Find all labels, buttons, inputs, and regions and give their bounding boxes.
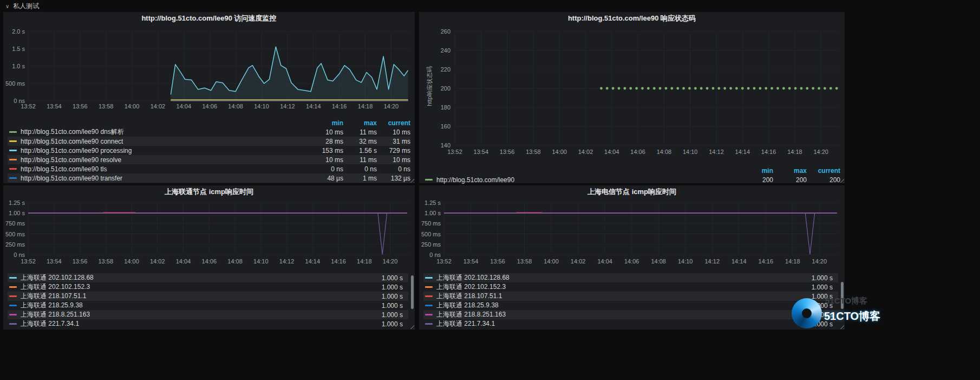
series-label[interactable]: http://blog.51cto.com/lee90 connect — [21, 138, 310, 145]
series-color-dash[interactable] — [425, 179, 433, 181]
series-label[interactable]: 上海联通 202.102.128.68 — [21, 273, 357, 282]
legend-header-max[interactable]: max — [773, 167, 807, 175]
row-collapse-icon[interactable]: ∨ — [5, 3, 9, 9]
series-color-dash[interactable] — [9, 277, 17, 279]
series-color-dash[interactable] — [9, 150, 17, 151]
series-label[interactable]: 上海联通 202.102.152.3 — [21, 282, 357, 292]
series-label[interactable]: http://blog.51cto.com/lee90 transfer — [21, 175, 310, 182]
series-label[interactable]: 上海联通 218.8.251.163 — [21, 310, 357, 319]
unicom-icmp-chart[interactable]: 13:5213:5413:5613:5814:0014:0214:0414:06… — [3, 198, 415, 274]
series-current: 1.000 s — [357, 311, 408, 319]
series-current: 1.000 s — [357, 293, 408, 300]
series-current: 1.000 s — [357, 302, 408, 310]
telecom-icmp-chart[interactable]: 13:5213:5413:5613:5814:0014:0214:0414:06… — [419, 198, 845, 274]
legend-header-row: minmaxcurrent — [423, 167, 840, 175]
series-label[interactable]: http://blog.51cto.com/lee90 resolve — [21, 156, 310, 164]
series-color-dash[interactable] — [425, 314, 433, 315]
row-header[interactable]: ∨ 私人测试 — [5, 2, 39, 11]
svg-text:14:18: 14:18 — [785, 258, 800, 265]
series-color-dash[interactable] — [425, 305, 433, 306]
svg-text:14:16: 14:16 — [331, 258, 346, 265]
svg-text:13:56: 13:56 — [73, 103, 88, 110]
legend-scrollbar[interactable] — [411, 275, 414, 309]
series-label[interactable]: 上海联通 218.25.9.38 — [436, 301, 787, 310]
svg-text:14:20: 14:20 — [812, 258, 827, 265]
resize-grip[interactable] — [409, 324, 414, 329]
legend-row: http://blog.51cto.com/lee90 transfer48 µ… — [8, 173, 410, 183]
series-label[interactable]: 上海联通 202.102.152.3 — [436, 282, 787, 292]
legend-header-max[interactable]: max — [343, 119, 377, 127]
legend-row: http://blog.51cto.com/lee90 dns解析10 ms11… — [8, 127, 410, 137]
legend-header-min[interactable]: min — [740, 167, 773, 175]
series-label[interactable]: 上海联通 221.7.34.1 — [436, 319, 787, 329]
svg-text:14:14: 14:14 — [306, 103, 321, 110]
series-label[interactable]: 上海联通 218.8.251.163 — [436, 310, 787, 319]
svg-text:14:18: 14:18 — [357, 258, 372, 265]
svg-text:14:00: 14:00 — [124, 258, 139, 265]
panel-title[interactable]: 上海电信节点 icmp响应时间 — [419, 185, 845, 198]
svg-text:14:20: 14:20 — [384, 103, 399, 110]
series-color-dash[interactable] — [9, 140, 17, 142]
series-label[interactable]: http://blog.51cto.com/lee90 processing — [21, 147, 310, 154]
series-color-dash[interactable] — [9, 159, 17, 160]
series-max: 200 — [773, 176, 807, 184]
series-color-dash[interactable] — [9, 295, 17, 297]
series-color-dash[interactable] — [9, 286, 17, 288]
svg-text:220: 220 — [441, 66, 450, 73]
series-color-dash[interactable] — [425, 295, 433, 297]
panel-title[interactable]: http://blog.51cto.com/lee90 响应状态码 — [419, 12, 845, 25]
panel-title[interactable]: http://blog.51cto.com/lee90 访问速度监控 — [3, 12, 415, 25]
series-label[interactable]: 上海联通 218.107.51.1 — [21, 292, 357, 301]
series-label[interactable]: http://blog.51cto.com/lee90 — [436, 176, 740, 184]
svg-text:1.25 s: 1.25 s — [9, 199, 25, 206]
svg-text:160: 160 — [441, 123, 450, 130]
svg-text:14:04: 14:04 — [177, 103, 192, 110]
speed-chart[interactable]: 13:5213:5413:5613:5814:0014:0214:0414:06… — [3, 25, 415, 119]
series-current: 10 ms — [377, 156, 410, 164]
series-current: 729 ms — [377, 147, 410, 154]
legend-header-current[interactable]: current — [807, 167, 840, 175]
legend-row: 上海联通 218.107.51.11.000 s — [8, 292, 408, 301]
row-title[interactable]: 私人测试 — [13, 2, 39, 11]
series-label[interactable]: 上海联通 218.25.9.38 — [21, 301, 357, 310]
51cto-logo-icon — [792, 298, 822, 329]
series-color-dash[interactable] — [9, 323, 17, 325]
legend-row: http://blog.51cto.com/lee90 processing15… — [8, 146, 410, 155]
series-color-dash[interactable] — [425, 286, 433, 288]
legend-row: 上海联通 218.107.51.11.000 s — [423, 292, 838, 301]
svg-text:14:00: 14:00 — [125, 103, 140, 110]
svg-text:14:08: 14:08 — [657, 149, 672, 155]
series-current: 200 — [807, 176, 840, 184]
series-color-dash[interactable] — [9, 305, 17, 306]
grafana-dashboard: ∨ 私人测试 http://blog.51cto.com/lee90 访问速度监… — [0, 0, 980, 380]
svg-text:14:12: 14:12 — [280, 103, 295, 110]
legend-row: 上海联通 202.102.128.681.000 s — [423, 273, 838, 282]
series-label[interactable]: 上海联通 202.102.128.68 — [436, 273, 787, 282]
svg-text:14:16: 14:16 — [759, 258, 774, 265]
series-label[interactable]: http://blog.51cto.com/lee90 dns解析 — [21, 127, 310, 137]
series-label[interactable]: 上海联通 221.7.34.1 — [21, 319, 357, 329]
svg-text:14:08: 14:08 — [227, 258, 243, 265]
series-color-dash[interactable] — [425, 277, 433, 279]
legend-row: 上海联通 218.25.9.381.000 s — [8, 301, 408, 310]
svg-text:14:10: 14:10 — [253, 258, 269, 265]
svg-text:180: 180 — [441, 104, 450, 111]
svg-text:13:54: 13:54 — [474, 149, 489, 155]
svg-text:0 ns: 0 ns — [14, 98, 25, 104]
series-min: 153 ms — [310, 147, 343, 154]
svg-text:14:02: 14:02 — [578, 149, 593, 155]
legend-header-current[interactable]: current — [377, 119, 410, 127]
series-label[interactable]: http://blog.51cto.com/lee90 tls — [21, 165, 310, 173]
series-color-dash[interactable] — [9, 131, 17, 133]
series-min: 28 ms — [310, 138, 343, 145]
svg-text:13:58: 13:58 — [517, 258, 532, 265]
panel-title[interactable]: 上海联通节点 icmp响应时间 — [3, 185, 415, 198]
status-chart[interactable]: 13:5213:5413:5613:5814:0014:0214:0414:06… — [419, 25, 845, 167]
series-color-dash[interactable] — [9, 314, 17, 315]
series-label[interactable]: 上海联通 218.107.51.1 — [436, 292, 787, 301]
series-color-dash[interactable] — [425, 323, 433, 325]
series-color-dash[interactable] — [9, 177, 17, 179]
legend-header-min[interactable]: min — [310, 119, 343, 127]
series-color-dash[interactable] — [9, 168, 17, 170]
series-current: 1.000 s — [357, 274, 408, 282]
